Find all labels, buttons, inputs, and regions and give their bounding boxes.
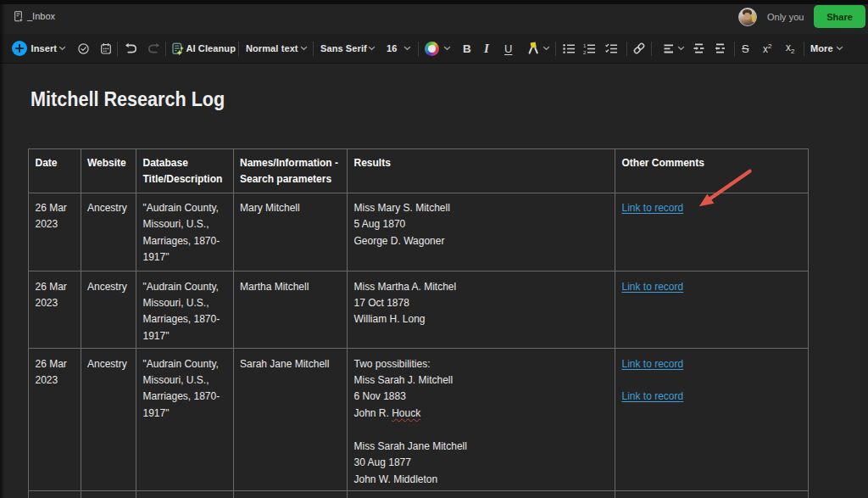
svg-text:1: 1 (583, 43, 587, 48)
svg-text:2: 2 (583, 49, 587, 53)
